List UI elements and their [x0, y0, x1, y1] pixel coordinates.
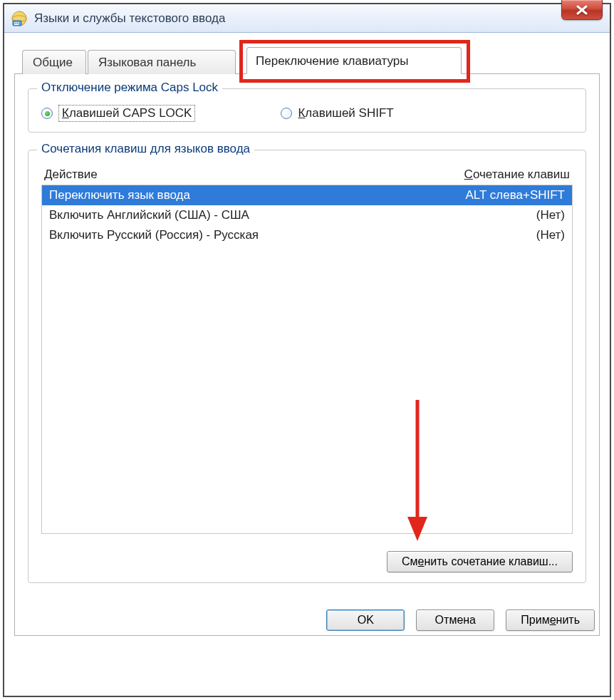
radio-dot-icon [41, 108, 53, 119]
close-button[interactable] [561, 0, 603, 20]
tab-general[interactable]: Общие [22, 50, 86, 74]
radio-shift-key[interactable]: Клавишей SHIFT [281, 106, 393, 120]
col-combo: Сочетание клавиш [464, 168, 570, 182]
col-action: Действие [44, 168, 98, 182]
titlebar: Языки и службы текстового ввода [4, 4, 610, 33]
radio-shift-label: Клавишей SHIFT [298, 106, 393, 120]
change-hotkey-button[interactable]: Сменить сочетание клавиш... [387, 551, 573, 572]
ok-button[interactable]: OK [326, 609, 405, 631]
list-item[interactable]: Включить Русский (Россия) - Русская (Нет… [42, 225, 572, 245]
dialog-button-row: OK Отмена Применить [326, 609, 595, 631]
svg-rect-4 [16, 22, 18, 24]
list-item[interactable]: Переключить язык ввода ALT слева+SHIFT [42, 185, 572, 205]
list-item[interactable]: Включить Английский (США) - США (Нет) [42, 205, 572, 225]
hotkeys-listbox[interactable]: Переключить язык ввода ALT слева+SHIFT В… [41, 185, 573, 534]
tab-language-bar[interactable]: Языковая панель [88, 50, 236, 74]
radio-capslock-key[interactable]: Клавишей CAPS LOCK [41, 105, 195, 122]
group-hotkeys: Сочетания клавиш для языков ввода Действ… [28, 150, 586, 583]
app-icon [11, 11, 27, 26]
tab-keyboard-switch[interactable]: Переключение клавиатуры [246, 47, 462, 74]
svg-rect-3 [14, 22, 16, 24]
group-hotkeys-legend: Сочетания клавиш для языков ввода [37, 142, 254, 156]
svg-rect-5 [18, 22, 19, 24]
radio-dot-icon [281, 108, 292, 119]
tabpage-keyboard-switch: Отключение режима Caps Lock Клавишей CAP… [14, 74, 600, 636]
list-item-combo: ALT слева+SHIFT [465, 188, 565, 202]
dialog-window: Языки и службы текстового ввода Общие Яз… [3, 3, 611, 697]
cancel-button[interactable]: Отмена [416, 609, 494, 631]
svg-rect-6 [14, 24, 19, 25]
list-item-action: Включить Английский (США) - США [49, 208, 249, 222]
list-item-combo: (Нет) [536, 228, 565, 242]
radio-capslock-label: Клавишей CAPS LOCK [58, 105, 195, 122]
list-item-action: Включить Русский (Россия) - Русская [49, 228, 259, 242]
tabstrip: Общие Языковая панель Переключение клави… [14, 47, 600, 74]
list-item-combo: (Нет) [536, 208, 565, 222]
client-area: Общие Языковая панель Переключение клави… [14, 47, 600, 689]
group-capslock-off: Отключение режима Caps Lock Клавишей CAP… [28, 88, 586, 133]
list-item-action: Переключить язык ввода [49, 188, 190, 202]
group-capslock-legend: Отключение режима Caps Lock [37, 81, 222, 95]
apply-button[interactable]: Применить [506, 609, 595, 631]
list-column-headers: Действие Сочетание клавиш [44, 168, 570, 182]
window-title: Языки и службы текстового ввода [34, 11, 225, 26]
